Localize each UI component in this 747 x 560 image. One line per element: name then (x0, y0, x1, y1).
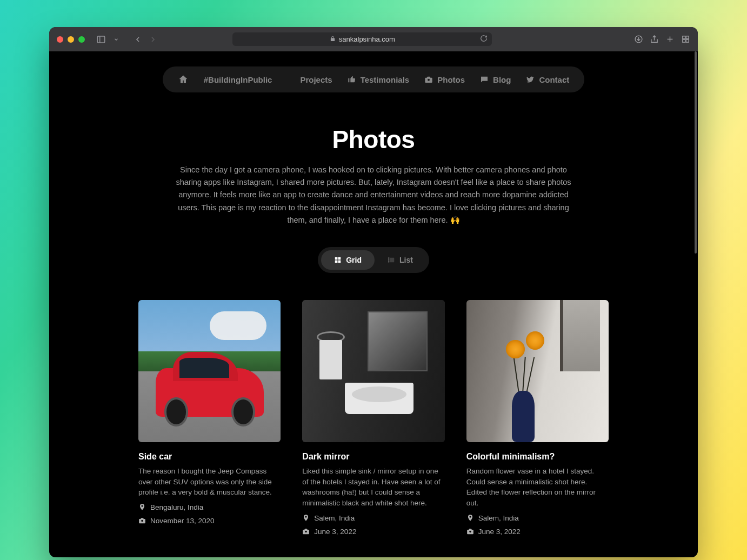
pin-icon (302, 514, 310, 522)
svg-rect-10 (686, 39, 689, 42)
reload-icon[interactable] (480, 35, 488, 44)
browser-window: sankalpsinha.com (49, 27, 698, 557)
url-text: sankalpsinha.com (339, 35, 395, 43)
back-button[interactable] (131, 33, 144, 46)
svg-point-20 (389, 259, 389, 260)
nav-label: Contact (539, 75, 569, 84)
forward-button[interactable] (146, 33, 159, 46)
thumbs-up-icon (348, 75, 356, 84)
page-intro: Since the day I got a camera phone, I wa… (168, 164, 579, 226)
svg-rect-12 (335, 257, 338, 260)
nav-contact[interactable]: Contact (526, 75, 569, 84)
svg-point-22 (141, 520, 143, 522)
camera-icon (302, 528, 310, 535)
wand-icon (287, 75, 296, 84)
photo-thumbnail (466, 300, 609, 442)
nav-photos[interactable]: Photos (424, 75, 465, 84)
photo-title: Colorful minimalism? (466, 452, 609, 462)
page-title: Photos (62, 125, 685, 154)
share-icon[interactable] (650, 35, 659, 44)
close-window-button[interactable] (57, 36, 63, 43)
camera-icon (424, 75, 433, 84)
photo-thumbnail (138, 300, 281, 442)
main-nav: #BuildingInPublic Projects Testimonials … (163, 66, 584, 92)
photo-description: Random flower vase in a hotel I stayed. … (466, 466, 609, 508)
svg-point-23 (305, 531, 308, 533)
camera-icon (138, 517, 146, 524)
toggle-label: Grid (346, 256, 362, 264)
photo-date: November 13, 2020 (138, 517, 281, 525)
photo-location: Salem, India (466, 514, 609, 522)
photo-title: Side car (138, 452, 281, 462)
chevron-down-icon[interactable] (110, 33, 123, 46)
photo-description: The reason I bought the Jeep Compass ove… (138, 466, 281, 498)
svg-rect-9 (683, 39, 685, 42)
svg-point-11 (428, 79, 430, 81)
photo-card[interactable]: Colorful minimalism? Random flower vase … (466, 300, 609, 536)
nav-home[interactable] (178, 74, 189, 85)
svg-point-21 (389, 262, 389, 262)
url-bar[interactable]: sankalpsinha.com (232, 32, 492, 46)
nav-label: Projects (300, 75, 332, 84)
maximize-window-button[interactable] (78, 36, 85, 43)
nav-testimonials[interactable]: Testimonials (348, 75, 410, 84)
scrollbar[interactable] (695, 51, 697, 254)
traffic-lights (57, 36, 85, 43)
nav-building-in-public[interactable]: #BuildingInPublic (204, 75, 272, 84)
svg-rect-13 (338, 257, 341, 260)
pin-icon (138, 503, 146, 511)
photo-card[interactable]: Side car The reason I bought the Jeep Co… (138, 300, 281, 536)
svg-point-19 (389, 258, 389, 258)
svg-rect-14 (335, 261, 338, 263)
svg-rect-7 (683, 36, 685, 39)
photo-thumbnail (302, 300, 444, 442)
twitter-icon (526, 75, 535, 84)
lock-icon (330, 35, 336, 43)
nav-label: Photos (437, 75, 465, 84)
nav-label: Testimonials (361, 75, 410, 84)
photo-grid: Side car The reason I bought the Jeep Co… (138, 300, 609, 536)
minimize-window-button[interactable] (68, 36, 74, 43)
photo-description: Liked this simple sink / mirror setup in… (302, 466, 444, 508)
nav-blog[interactable]: Blog (480, 75, 511, 84)
chat-icon (480, 75, 489, 84)
photo-date: June 3, 2022 (302, 528, 444, 536)
browser-titlebar: sankalpsinha.com (49, 27, 698, 51)
sidebar-toggle-icon[interactable] (95, 33, 108, 46)
list-view-button[interactable]: List (375, 250, 426, 270)
nav-label: #BuildingInPublic (204, 75, 272, 84)
grid-view-button[interactable]: Grid (321, 250, 375, 270)
svg-rect-8 (686, 36, 689, 39)
photo-location: Bengaluru, India (138, 503, 281, 511)
photo-date: June 3, 2022 (466, 528, 609, 536)
photo-location: Salem, India (302, 514, 444, 522)
svg-rect-15 (338, 261, 341, 263)
downloads-icon[interactable] (634, 35, 643, 44)
svg-point-24 (469, 531, 471, 533)
grid-icon (334, 256, 342, 264)
pin-icon (466, 514, 474, 522)
new-tab-icon[interactable] (665, 35, 675, 44)
camera-icon (466, 528, 474, 535)
list-icon (388, 256, 395, 264)
toggle-label: List (399, 256, 413, 264)
view-toggle: Grid List (318, 247, 429, 273)
nav-label: Blog (493, 75, 511, 84)
nav-projects[interactable]: Projects (287, 75, 332, 84)
tabs-overview-icon[interactable] (681, 35, 690, 44)
page-viewport: #BuildingInPublic Projects Testimonials … (49, 51, 698, 557)
svg-rect-0 (97, 36, 105, 43)
photo-card[interactable]: Dark mirror Liked this simple sink / mir… (302, 300, 444, 536)
photo-title: Dark mirror (302, 452, 444, 462)
